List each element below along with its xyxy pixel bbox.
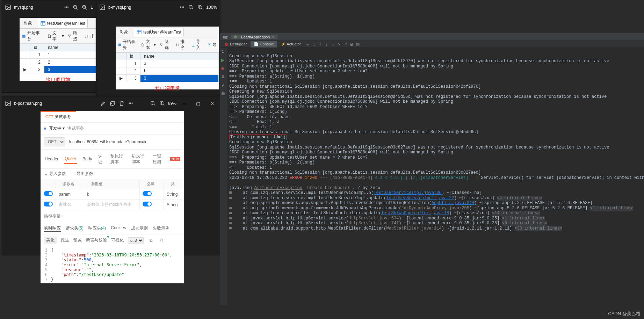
subtab-header[interactable]: Header (44, 154, 59, 164)
sort-button[interactable]: 排序 (175, 39, 188, 51)
tab-objects[interactable]: 对象 (22, 19, 34, 28)
step-icon[interactable]: ↘ (336, 42, 342, 46)
step2-icon[interactable]: ↗ (342, 42, 348, 46)
zoom-out-icon[interactable] (188, 4, 194, 10)
fmt-preview[interactable]: 预览 (73, 237, 82, 243)
edit-icon[interactable] (100, 100, 107, 107)
stack-link[interactable]: WebStatFilter.java:114 (386, 226, 441, 231)
resp-tab-cookies[interactable]: Cookies (111, 225, 126, 232)
tab-table[interactable]: testUser @learnTest (134, 28, 184, 37)
stack-link[interactable]: TestUserServiceImpl.java:22 (386, 196, 454, 201)
enable-toggle[interactable] (44, 191, 53, 196)
env-select[interactable]: 开发中 ▾ (49, 125, 65, 131)
subtab-onekey[interactable]: 一键压测 (152, 151, 165, 167)
export-params-button[interactable]: ⭱ 导出参数 (71, 171, 93, 177)
tab-objects[interactable]: 对象 (118, 28, 130, 36)
text-button[interactable]: 文本 ▾ (141, 39, 156, 51)
maximize-button[interactable]: ▢ (193, 101, 203, 106)
param-name-input[interactable]: param (56, 189, 84, 200)
fmt-beautify[interactable]: 美化 (44, 237, 57, 244)
rerun-icon[interactable]: ↻ (221, 49, 226, 54)
param-type[interactable]: String (164, 189, 184, 200)
down2-icon[interactable]: ↓ (324, 42, 329, 46)
more-icon[interactable]: ••• (63, 4, 70, 10)
url-input[interactable] (68, 138, 180, 146)
text-button[interactable]: 文本 ▾ (47, 30, 64, 42)
export-button[interactable]: 导 (207, 42, 217, 48)
required-toggle[interactable] (143, 202, 152, 206)
tab-debugger[interactable]: 🐞 Debugger (221, 41, 250, 48)
encoding-select[interactable]: utf8 (128, 237, 144, 244)
stack-link[interactable]: TestShiWuController.java:18 (381, 211, 449, 216)
import-params-button[interactable]: ⭳ 导入参数 (44, 171, 66, 177)
subtab-query[interactable]: Query (64, 154, 77, 164)
begin-transaction-button[interactable]: 开始事务 (22, 30, 44, 42)
param-name-placeholder[interactable]: 参数名 (56, 200, 84, 210)
more-icon[interactable]: ••• (128, 100, 134, 107)
stack-link[interactable]: JdkDynamicAopProxy.java:205 (401, 206, 469, 211)
search-icon[interactable] (158, 237, 165, 244)
resp-tab-resph[interactable]: 响应头(4) (88, 225, 106, 232)
enable-toggle[interactable] (44, 202, 53, 206)
fmt-visual[interactable]: 可视化 (111, 237, 124, 243)
path-variables-toggle[interactable]: 路径变量 › (41, 210, 184, 223)
filter-button[interactable]: 筛选 (159, 39, 172, 51)
resp-tab-live[interactable]: 实时响应 (44, 225, 61, 232)
filter-button[interactable]: 筛选 (67, 30, 81, 42)
request-tab[interactable]: GET 测试事务 (41, 111, 76, 122)
col-name[interactable]: name (140, 53, 219, 60)
subtab-auth[interactable]: 认证 (97, 151, 105, 167)
stack-link[interactable]: HttpServlet.java:634 (348, 216, 399, 221)
close-button[interactable]: ✕ (207, 101, 217, 106)
tab-console[interactable]: 📄 Console (251, 41, 277, 48)
resp-tab-reqh[interactable]: 请求头(5) (66, 225, 84, 232)
run-config-tab[interactable]: ⬢ LearnApplication × (231, 35, 277, 39)
sort-button[interactable]: 排 (85, 33, 94, 39)
console-output[interactable]: Creating a new SqlSession SqlSession [or… (227, 48, 644, 305)
stop-icon[interactable]: ■ (221, 66, 226, 71)
zoom-in-icon[interactable] (197, 4, 203, 10)
more-icon[interactable]: ••• (179, 4, 185, 10)
method-select[interactable]: GET (44, 137, 65, 146)
settings-icon[interactable]: ≡ (305, 42, 310, 46)
resume-icon[interactable]: ▶ (221, 58, 226, 63)
import-button[interactable]: 导入 (191, 39, 203, 51)
subtab-pre[interactable]: 预执行脚本 (110, 151, 126, 167)
print-icon[interactable]: 🖶 (221, 91, 226, 96)
begin-transaction-button[interactable]: 开始事务 (118, 39, 137, 51)
fmt-raw[interactable]: 原生 (61, 237, 69, 243)
subtab-post[interactable]: 后执行脚本 (131, 151, 147, 167)
param-value-input[interactable]: b (84, 189, 140, 200)
up-icon[interactable]: ↥ (311, 42, 317, 46)
stack-link[interactable]: TestUserServiceImpl.java:36 (374, 190, 441, 195)
zoom-in-icon[interactable] (81, 4, 88, 10)
list-icon[interactable]: ▤ (355, 42, 361, 46)
copy-icon[interactable]: ⧉ (148, 237, 154, 244)
col-id[interactable]: id (30, 44, 44, 51)
required-toggle[interactable] (143, 191, 152, 196)
down-icon[interactable]: ↧ (317, 42, 323, 46)
stack-link[interactable]: HttpServlet.java:741 (348, 221, 399, 226)
fmt-assert[interactable]: 断言与校验 (86, 237, 107, 243)
zoom-out-icon[interactable] (72, 4, 79, 10)
param-type[interactable]: String (164, 200, 184, 210)
resp-tab-fail[interactable]: 失败示例 (153, 225, 169, 232)
zoom-in-icon[interactable] (159, 100, 165, 107)
scroll-icon[interactable]: ⇊ (221, 74, 226, 79)
resp-tab-succ[interactable]: 成功示例 (131, 225, 148, 232)
wrap-icon[interactable]: ↲ (221, 83, 226, 88)
col-name[interactable]: name (44, 44, 96, 51)
param-value-placeholder[interactable]: 参数值,支持mock字段变 (84, 200, 140, 210)
col-id[interactable]: id (126, 53, 140, 60)
delete-icon[interactable] (118, 100, 125, 107)
response-body[interactable]: 1{ 2 "timestamp": "2023-03-18T09:20:53.2… (41, 246, 184, 283)
zoom-out-icon[interactable] (150, 100, 156, 107)
stack-link[interactable]: AopUtils.java:344 (432, 201, 474, 205)
down3-icon[interactable]: ⤓ (330, 42, 335, 46)
tab-actuator[interactable]: ⚡ Actuator (278, 41, 304, 48)
refresh-icon[interactable] (109, 100, 116, 107)
minimize-button[interactable]: — (179, 101, 189, 106)
tab-table[interactable]: testUser @learnTest (38, 19, 88, 28)
calc-icon[interactable]: 🖩 (349, 42, 354, 46)
subtab-body[interactable]: Body (82, 154, 93, 164)
